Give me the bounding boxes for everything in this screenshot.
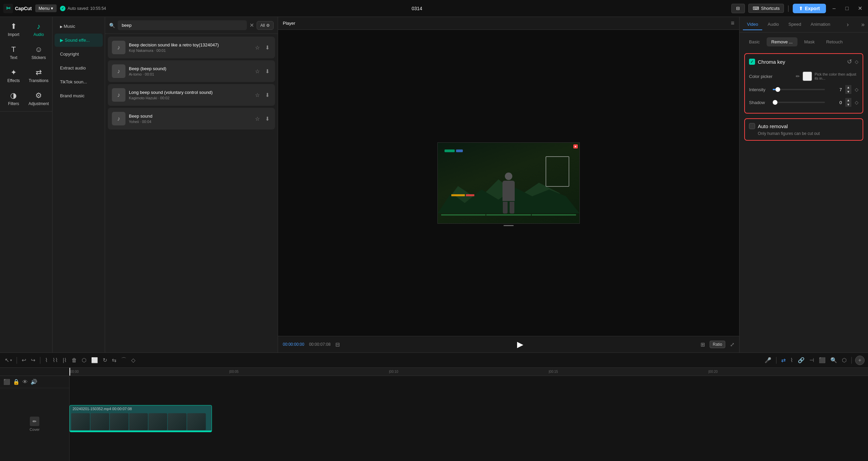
color-swatch[interactable] [803,72,812,81]
sidebar-item-extract-audio[interactable]: Extract audio [55,61,103,75]
close-button[interactable]: ✕ [855,4,865,13]
subtab-remove[interactable]: Remove ... [767,37,797,46]
redo-button[interactable]: ↪ [29,356,37,365]
chroma-key-checkbox[interactable]: ✓ [749,59,755,65]
tool-audio[interactable]: ♪ Audio [27,19,51,40]
sidebar-item-tiktok-sound[interactable]: TikTok soun... [55,75,103,88]
subtab-mask[interactable]: Mask [800,37,820,46]
intensity-up-button[interactable]: ▲ [845,85,851,89]
sidebar-item-sound-effects[interactable]: ▶ Sound effe... [55,34,103,47]
tool-effects[interactable]: ✦ Effects [2,65,25,86]
sidebar-item-brand-music[interactable]: Brand music [55,89,103,102]
split2-button[interactable]: ⌇⌇ [51,356,59,365]
track-audio-icon[interactable]: 🔊 [31,379,37,385]
split3-button[interactable]: |⌇ [61,356,68,365]
layout-btn[interactable]: ⊟ [731,4,745,13]
add-track-button[interactable]: + [855,356,865,365]
edit-cover-icon[interactable]: ✏ [30,417,39,426]
link-button[interactable]: 🔗 [796,356,806,365]
download-button-4[interactable]: ⬇ [264,114,271,123]
intensity-down-button[interactable]: ▼ [845,89,851,94]
link-video-button[interactable]: ⇄ [780,356,787,365]
shadow-up-button[interactable]: ▲ [845,98,851,102]
audio-result-1[interactable]: ♪ Beep decision sound like a retro toy(1… [108,37,275,58]
video-clip[interactable]: 20240201-150352.mp4 00:00:07:08 [70,405,212,432]
center-button[interactable]: ⊣ [808,356,815,365]
audio-result-3[interactable]: ♪ Long beep sound (voluntary control sou… [108,84,275,106]
tool-text[interactable]: T Text [2,42,25,63]
menu-button[interactable]: Menu ▾ [35,4,57,12]
crop-button[interactable]: ⬜ [90,356,99,365]
minimize-button[interactable]: – [829,4,839,13]
auto-removal-checkbox[interactable] [749,123,755,129]
download-button-2[interactable]: ⬇ [264,67,271,76]
tool-filters[interactable]: ◑ Filters [2,88,25,109]
play-button[interactable]: ▶ [517,340,523,349]
ratio-button[interactable]: Ratio [710,341,725,348]
delete-button[interactable]: 🗑 [70,356,78,365]
favorite-button-1[interactable]: ☆ [254,43,261,52]
tab-audio[interactable]: Audio [764,19,783,30]
sidebar-item-music[interactable]: Music [55,20,103,33]
sidebar-item-copyright[interactable]: Copyright [55,47,103,61]
search-filter-button[interactable]: All ⚙ [257,21,274,30]
search-clear-button[interactable]: ✕ [250,22,254,28]
tool-stickers[interactable]: ☺ Stickers [27,42,51,63]
eyedropper-icon[interactable]: ✏ [796,74,800,79]
player-menu-button[interactable]: ≡ [731,20,734,27]
maximize-button[interactable]: □ [842,4,852,13]
fullscreen-button[interactable]: ⤢ [730,341,734,348]
keyframe-button[interactable]: ◇ [130,356,137,365]
shadow-diamond-button[interactable]: ◇ [855,100,859,105]
detach-audio-button[interactable]: ⌇ [789,356,794,365]
favorite-button-4[interactable]: ☆ [254,114,261,123]
autosave-indicator: ✓ Auto saved: 10:55:54 [60,6,106,11]
fullscreen-fit-button[interactable]: ⊞ [701,341,705,348]
toolbar-separator-2 [40,357,40,364]
tool-adjustment[interactable]: ⚙ Adjustment [27,88,51,109]
chroma-key-reset-button[interactable]: ↺ [847,58,852,65]
flip-button[interactable]: ⇆ [111,356,118,365]
tab-expand-button[interactable]: » [861,21,865,28]
intensity-slider[interactable] [773,89,825,90]
tab-more-button[interactable]: › [847,21,849,28]
shadow-down-button[interactable]: ▼ [845,102,851,107]
audio-result-2[interactable]: ♪ Beep (beep sound) Ai-tomo · 00:01 ☆ ⬇ [108,60,275,82]
zoom-out-button[interactable]: 🔍 [829,356,839,365]
download-button-1[interactable]: ⬇ [264,43,271,52]
favorite-button-3[interactable]: ☆ [254,91,261,100]
select-tool-button[interactable]: ↖ ▾ [3,356,13,365]
chroma-key-diamond-button[interactable]: ◇ [855,59,859,64]
split-button[interactable]: ⌇ [44,356,49,365]
shield-button[interactable]: ⬡ [80,356,88,365]
subtab-basic[interactable]: Basic [744,37,765,46]
tab-animation[interactable]: Animation [807,19,834,30]
subtitle-button[interactable]: ⬛ [817,356,827,365]
transitions-icon: ⇄ [36,68,42,77]
search-input[interactable] [118,20,247,30]
shadow-slider[interactable] [773,102,825,103]
track-eye-icon[interactable]: 👁 [22,379,28,385]
shield2-button[interactable]: ⬡ [841,356,848,365]
subtab-retouch[interactable]: Retouch [822,37,847,46]
tool-import[interactable]: ⬆ Import [2,19,25,40]
menu-chevron-icon: ▾ [51,6,53,11]
tool-transitions[interactable]: ⇄ Transitions [27,65,51,86]
tab-speed[interactable]: Speed [784,19,805,30]
track-add-icon[interactable]: ⬛ [3,379,10,385]
shadow-thumb[interactable] [773,100,777,105]
download-button-3[interactable]: ⬇ [264,91,271,100]
audio-result-4[interactable]: ♪ Beep sound Yoheii · 00:04 ☆ ⬇ [108,108,275,129]
intensity-thumb[interactable] [775,87,780,92]
rotate-button[interactable]: ↻ [101,356,108,365]
tab-video[interactable]: Video [743,19,762,30]
undo-button[interactable]: ↩ [20,356,27,365]
track-lock-icon[interactable]: 🔒 [13,379,20,385]
microphone-button[interactable]: 🎤 [763,356,773,365]
favorite-button-2[interactable]: ☆ [254,67,261,76]
shortcuts-button[interactable]: ⌨ Shortcuts [748,4,784,13]
export-button[interactable]: ⬆ Export [793,4,826,13]
intensity-diamond-button[interactable]: ◇ [855,87,859,92]
divider: | [787,4,789,12]
curve-button[interactable]: ⌒ [120,355,128,365]
